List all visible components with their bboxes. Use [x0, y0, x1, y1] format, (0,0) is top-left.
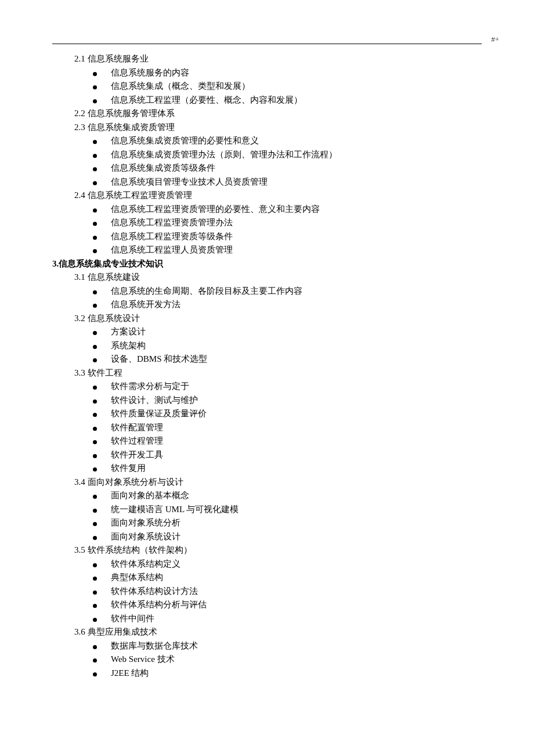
bullet-text: 信息系统开发方法 [111, 298, 181, 312]
list-item: 信息系统工程监理人员资质管理 [52, 243, 482, 257]
bullet-icon [93, 358, 97, 362]
bullet-text: Web Service 技术 [111, 653, 175, 667]
bullet-icon [93, 495, 97, 499]
bullet-text: 软件设计、测试与维护 [111, 394, 198, 408]
list-item: 数据库与数据仓库技术 [52, 639, 482, 653]
list-item: 方案设计 [52, 325, 482, 339]
bullet-text: 软件需求分析与定于 [111, 380, 189, 394]
bullet-icon [93, 577, 97, 581]
bullet-icon [93, 304, 97, 308]
list-item: 统一建模语言 UML 与可视化建模 [52, 503, 482, 517]
bullet-text: 信息系统项目管理专业技术人员资质管理 [111, 175, 268, 189]
bullet-text: 信息系统工程监理资质等级条件 [111, 230, 233, 244]
bullet-text: 信息系统的生命周期、各阶段目标及主要工作内容 [111, 285, 302, 298]
bullet-text: 方案设计 [111, 325, 146, 339]
list-item: 信息系统的生命周期、各阶段目标及主要工作内容 [52, 285, 482, 298]
bullet-icon [93, 181, 97, 185]
list-item: 信息系统集成（概念、类型和发展） [52, 80, 482, 93]
page-mark: #+ [491, 35, 499, 44]
bullet-icon [93, 236, 97, 240]
bullet-text: 软件体系结构分析与评估 [111, 598, 207, 612]
list-item: 信息系统工程监理（必要性、概念、内容和发展） [52, 93, 482, 107]
bullet-text: 信息系统集成资质管理办法（原则、管理办法和工作流程） [111, 148, 337, 162]
list-item: 设备、DBMS 和技术选型 [52, 352, 482, 366]
list-item: 信息系统服务的内容 [52, 66, 482, 80]
bullet-icon [93, 427, 97, 431]
bullet-text: 面向对象的基本概念 [111, 489, 189, 503]
list-item: 软件设计、测试与维护 [52, 394, 482, 408]
list-item: 软件体系结构定义 [52, 557, 482, 571]
list-item: 信息系统工程监理资质管理办法 [52, 216, 482, 230]
bullet-icon [93, 509, 97, 513]
section-label: 2.1 信息系统服务业 [52, 52, 482, 66]
section-label: 2.4 信息系统工程监理资质管理 [52, 189, 482, 203]
list-item: 软件过程管理 [52, 434, 482, 448]
bullet-icon [93, 399, 97, 404]
list-item: 软件开发工具 [52, 448, 482, 462]
bullet-text: J2EE 结构 [111, 667, 149, 681]
bullet-icon [93, 591, 97, 595]
bullet-text: 设备、DBMS 和技术选型 [111, 352, 207, 366]
bullet-icon [93, 72, 97, 76]
bullet-text: 面向对象系统分析 [111, 516, 181, 530]
bullet-icon [93, 563, 97, 567]
section-label: 3.2 信息系统设计 [52, 312, 482, 326]
list-item: 面向对象系统分析 [52, 516, 482, 530]
bullet-text: 数据库与数据仓库技术 [111, 639, 198, 653]
bullet-icon [93, 154, 97, 158]
bullet-icon [93, 386, 97, 390]
bullet-text: 软件开发工具 [111, 448, 163, 462]
bullet-icon [93, 645, 97, 649]
list-item: 面向对象的基本概念 [52, 489, 482, 503]
list-item: 软件中间件 [52, 612, 482, 626]
list-item: 软件配置管理 [52, 421, 482, 435]
bullet-icon [93, 167, 97, 171]
list-item: 信息系统开发方法 [52, 298, 482, 312]
bullet-text: 典型体系结构 [111, 571, 163, 585]
list-item: 软件体系结构分析与评估 [52, 598, 482, 612]
list-item: 信息系统集成资质管理办法（原则、管理办法和工作流程） [52, 148, 482, 162]
bullet-text: 统一建模语言 UML 与可视化建模 [111, 503, 239, 517]
section-label: 3.5 软件系统结构（软件架构） [52, 543, 482, 557]
bullet-icon [93, 522, 97, 526]
list-item: 系统架构 [52, 339, 482, 353]
list-item: 信息系统集成资质管理的必要性和意义 [52, 134, 482, 148]
bullet-text: 系统架构 [111, 339, 146, 353]
list-item: 软件复用 [52, 462, 482, 476]
bullet-text: 信息系统集成资质等级条件 [111, 161, 215, 175]
bullet-text: 信息系统工程监理资质管理的必要性、意义和主要内容 [111, 203, 320, 217]
bullet-text: 软件体系结构定义 [111, 557, 181, 571]
bullet-icon [93, 658, 97, 663]
list-item: 软件质量保证及质量评价 [52, 407, 482, 421]
bullet-text: 软件体系结构设计方法 [111, 585, 198, 599]
section-label: 3.4 面向对象系统分析与设计 [52, 476, 482, 489]
bullet-icon [93, 331, 97, 335]
bullet-text: 软件过程管理 [111, 434, 163, 448]
document-body: 2.1 信息系统服务业 信息系统服务的内容 信息系统集成（概念、类型和发展） 信… [52, 44, 482, 680]
list-item: Web Service 技术 [52, 653, 482, 667]
list-item: 信息系统工程监理资质等级条件 [52, 230, 482, 244]
section-label: 3.1 信息系统建设 [52, 271, 482, 285]
list-item: 软件需求分析与定于 [52, 380, 482, 394]
list-item: 信息系统集成资质等级条件 [52, 161, 482, 175]
bullet-icon [93, 345, 97, 349]
bullet-icon [93, 208, 97, 213]
bullet-text: 面向对象系统设计 [111, 530, 181, 544]
bullet-text: 软件质量保证及质量评价 [111, 407, 207, 421]
section-label: 2.3 信息系统集成资质管理 [52, 121, 482, 135]
bullet-icon [93, 290, 97, 294]
list-item: 软件体系结构设计方法 [52, 585, 482, 599]
section-label: 2.2 信息系统服务管理体系 [52, 107, 482, 121]
bullet-text: 软件配置管理 [111, 421, 163, 435]
bullet-icon [93, 536, 97, 540]
bullet-icon [93, 140, 97, 144]
bullet-icon [93, 672, 97, 676]
list-item: 面向对象系统设计 [52, 530, 482, 544]
bullet-icon [93, 413, 97, 417]
bullet-icon [93, 454, 97, 458]
list-item: 信息系统项目管理专业技术人员资质管理 [52, 175, 482, 189]
bullet-icon [93, 222, 97, 226]
bullet-text: 信息系统工程监理资质管理办法 [111, 216, 233, 230]
bullet-icon [93, 604, 97, 608]
section-label: 3.3 软件工程 [52, 366, 482, 380]
